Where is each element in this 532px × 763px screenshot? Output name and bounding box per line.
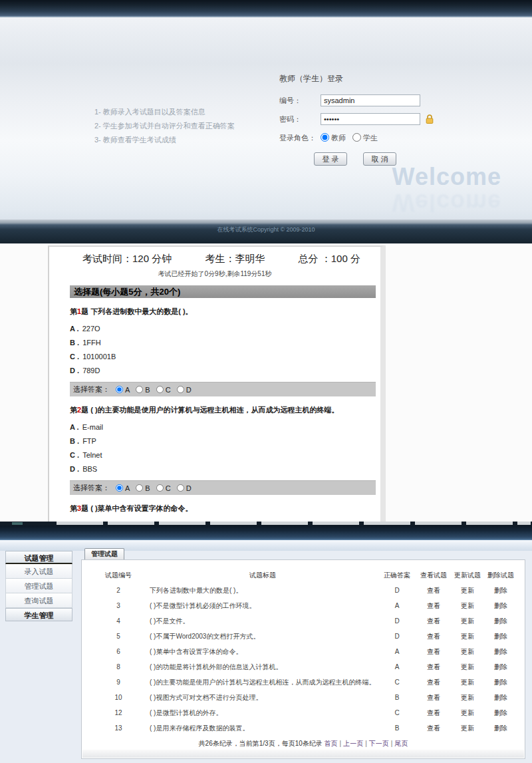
view-link[interactable]: 查看 xyxy=(417,659,450,675)
update-link[interactable]: 更新 xyxy=(450,720,485,736)
table-row: 4( )不是文件。D查看更新删除 xyxy=(88,613,517,629)
pagination-link-4[interactable]: 尾页 xyxy=(394,740,408,747)
login-button[interactable]: 登 录 xyxy=(314,152,347,166)
row-id: 6 xyxy=(88,644,148,659)
question-table: 试题编号 试题标题 正确答案 查看试题 更新试题 删除试题 2下列各进制数中最大… xyxy=(88,568,517,736)
delete-link[interactable]: 删除 xyxy=(485,720,517,736)
answer-radio-a[interactable] xyxy=(116,386,123,393)
update-link[interactable]: 更新 xyxy=(450,690,485,705)
sidebar-item-2[interactable]: 录入试题 xyxy=(5,564,72,579)
answer-radio-c[interactable] xyxy=(156,386,164,393)
row-title: ( )是用来存储程序及数据的装置。 xyxy=(148,720,377,736)
row-answer: D xyxy=(377,613,417,629)
login-step: 3- 教师查看学生考试成绩 xyxy=(94,133,235,147)
delete-link[interactable]: 删除 xyxy=(485,644,517,659)
answer-label: 选择答案： xyxy=(73,483,110,493)
update-link[interactable]: 更新 xyxy=(450,613,485,629)
delete-link[interactable]: 删除 xyxy=(485,598,517,613)
sidebar-item-4[interactable]: 查询试题 xyxy=(5,593,72,608)
view-link[interactable]: 查看 xyxy=(417,629,450,644)
question-table-panel: 试题编号 试题标题 正确答案 查看试题 更新试题 删除试题 2下列各进制数中最大… xyxy=(81,559,525,759)
delete-link[interactable]: 删除 xyxy=(485,583,517,598)
view-link[interactable]: 查看 xyxy=(417,705,450,720)
answer-option-letter: D xyxy=(186,386,192,394)
delete-link[interactable]: 删除 xyxy=(485,690,517,705)
welcome-text: Welcome xyxy=(392,165,501,189)
row-title: ( )菜单中含有设置字体的命令。 xyxy=(148,644,377,659)
answer-option-letter: D xyxy=(186,484,192,492)
role-student-radio[interactable] xyxy=(352,133,361,142)
question-option: C . 1010001B xyxy=(70,353,376,361)
sidebar-item-3[interactable]: 管理试题 xyxy=(5,579,72,593)
header-view: 查看试题 xyxy=(417,568,450,583)
answer-label: 选择答案： xyxy=(73,384,110,394)
row-id: 3 xyxy=(88,598,148,613)
pagination-separator: | xyxy=(365,740,367,747)
delete-link[interactable]: 删除 xyxy=(485,629,517,644)
answer-radio-d[interactable] xyxy=(177,386,184,393)
update-link[interactable]: 更新 xyxy=(450,675,485,690)
admin-header-bar xyxy=(0,526,532,540)
row-title: ( )不是文件。 xyxy=(148,613,377,629)
view-link[interactable]: 查看 xyxy=(417,613,450,629)
exam-total-score: 总分 ：100 分 xyxy=(299,253,360,265)
view-link[interactable]: 查看 xyxy=(417,675,450,690)
login-form: 教师（学生）登录 编号： 密码： 登录角色： 教师 学生 xyxy=(279,73,452,166)
question-number: 3 xyxy=(77,504,81,512)
section-title-bar: 选择题(每小题5分，共20个) xyxy=(70,285,376,298)
table-row: 2下列各进制数中最大的数是( )。D查看更新删除 xyxy=(88,583,517,598)
delete-link[interactable]: 删除 xyxy=(485,613,517,629)
question-option: B . 1FFH xyxy=(70,339,376,347)
row-title: ( )视图方式可对文档不进行分页处理。 xyxy=(148,690,377,705)
answer-radio-a[interactable] xyxy=(116,484,123,492)
row-answer: B xyxy=(377,690,417,705)
pagination-link-2[interactable]: 上一页 xyxy=(343,740,363,747)
delete-link[interactable]: 删除 xyxy=(485,675,517,690)
update-link[interactable]: 更新 xyxy=(450,659,485,675)
view-link[interactable]: 查看 xyxy=(417,720,450,736)
answer-option-letter: B xyxy=(145,386,150,394)
header-delete: 删除试题 xyxy=(485,568,517,583)
table-row: 5( )不属于Word2003的文档打开方式。D查看更新删除 xyxy=(88,629,517,644)
answer-radio-d[interactable] xyxy=(177,484,184,492)
composite-screenshot: 1- 教师录入考试题目以及答案信息2- 学生参加考试并自动评分和查看正确答案3-… xyxy=(0,0,532,763)
delete-link[interactable]: 删除 xyxy=(485,659,517,675)
password-input[interactable] xyxy=(321,113,420,125)
delete-link[interactable]: 删除 xyxy=(485,705,517,720)
id-label: 编号： xyxy=(279,96,321,106)
question-option: A . E-mail xyxy=(70,423,376,431)
pagination-link-1[interactable]: 首页 xyxy=(325,740,338,747)
header-update: 更新试题 xyxy=(450,568,485,583)
role-student-option[interactable]: 学生 xyxy=(352,133,378,143)
view-link[interactable]: 查看 xyxy=(417,598,450,613)
view-link[interactable]: 查看 xyxy=(417,690,450,705)
exam-content-column: 考试时间：120 分钟 考生：李明华 总分 ：100 分 考试已经开始了0分9秒… xyxy=(48,245,386,522)
view-link[interactable]: 查看 xyxy=(417,583,450,598)
answer-option-letter: C xyxy=(166,484,171,492)
question-number: 1 xyxy=(77,307,81,315)
question-option: B . FTP xyxy=(70,437,376,445)
id-input[interactable] xyxy=(321,94,420,106)
exam-student: 考生：李明华 xyxy=(205,253,265,265)
pagination-link-3[interactable]: 下一页 xyxy=(369,740,389,747)
role-teacher-option[interactable]: 教师 xyxy=(321,133,346,143)
answer-radio-b[interactable] xyxy=(136,386,143,393)
row-answer: D xyxy=(377,583,417,598)
update-link[interactable]: 更新 xyxy=(450,705,485,720)
role-label: 登录角色： xyxy=(279,133,321,143)
answer-radio-c[interactable] xyxy=(156,484,164,492)
row-title: ( )的主要功能是使用户的计算机与远程主机相连，从而成为远程主机的终端。 xyxy=(148,675,377,690)
role-teacher-radio[interactable] xyxy=(321,133,329,142)
update-link[interactable]: 更新 xyxy=(450,583,485,598)
exam-page: 考试时间：120 分钟 考生：李明华 总分 ：100 分 考试已经开始了0分9秒… xyxy=(0,243,532,522)
update-link[interactable]: 更新 xyxy=(450,629,485,644)
view-link[interactable]: 查看 xyxy=(417,644,450,659)
cancel-button[interactable]: 取 消 xyxy=(363,152,396,166)
tab-manage-questions[interactable]: 管理试题 xyxy=(84,548,124,559)
pagination-summary: 共26条纪录，当前第1/3页，每页10条纪录 xyxy=(199,740,325,747)
update-link[interactable]: 更新 xyxy=(450,644,485,659)
row-answer: C xyxy=(377,705,417,720)
answer-radio-b[interactable] xyxy=(136,484,143,492)
update-link[interactable]: 更新 xyxy=(450,598,485,613)
row-id: 8 xyxy=(88,659,148,675)
